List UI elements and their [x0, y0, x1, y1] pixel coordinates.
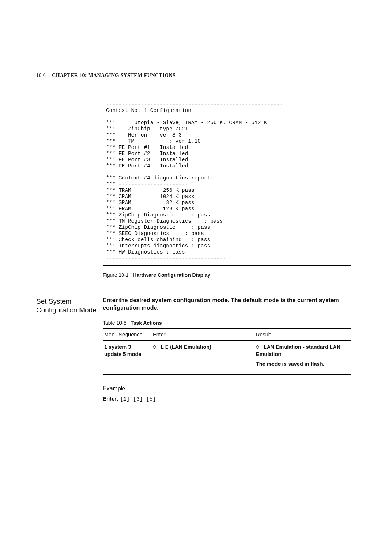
section-set-system-config-mode: Set System Configuration Mode Enter the … — [103, 291, 351, 402]
cell-result: LAN Emulation - standard LAN Emulation T… — [254, 340, 351, 374]
result-value: LAN Emulation - standard LAN Emulation — [256, 344, 340, 357]
figure-number: Figure 10-1 — [103, 272, 129, 278]
table-header-row: Menu Sequence Enter Result — [103, 328, 351, 341]
chapter-label: CHAPTER 10: MANAGING SYSTEM FUNCTIONS — [52, 73, 176, 78]
example-value: [1] [3] [5] — [120, 396, 156, 402]
col-menu-sequence: Menu Sequence — [103, 328, 151, 341]
result-item: LAN Emulation - standard LAN Emulation — [256, 344, 348, 358]
col-result: Result — [254, 328, 351, 341]
example-block: Example Enter: [1] [3] [5] — [103, 385, 351, 402]
figure-title: Hardware Configuration Display — [133, 272, 210, 278]
section-rule-top — [36, 291, 351, 291]
content-area: ----------------------------------------… — [103, 100, 351, 402]
page-number: 10-6 — [36, 73, 46, 78]
terminal-output: ----------------------------------------… — [103, 100, 351, 266]
cell-menu-sequence: 1 system 3 update 5 mode — [103, 340, 151, 374]
chapter-number: CHAPTER 10: — [52, 73, 87, 78]
enter-value: L E (LAN Emulation) — [160, 344, 211, 350]
section-intro: Enter the desired system configuration m… — [103, 296, 351, 312]
task-actions-table: Menu Sequence Enter Result 1 system 3 up… — [103, 328, 351, 375]
example-heading: Example — [103, 385, 351, 392]
example-label: Enter: — [103, 396, 118, 402]
result-note: The mode is saved in flash. — [256, 361, 348, 368]
table-title: Task Actions — [131, 320, 162, 326]
cell-enter: L E (LAN Emulation) — [151, 340, 254, 374]
figure-caption: Figure 10-1 Hardware Configuration Displ… — [103, 272, 351, 278]
bullet-icon — [153, 344, 159, 350]
table-caption: Table 10-6 Task Actions — [103, 320, 351, 326]
running-head: 10-6 CHAPTER 10: MANAGING SYSTEM FUNCTIO… — [36, 73, 352, 78]
bullet-icon — [256, 344, 262, 350]
table-row: 1 system 3 update 5 mode L E (LAN Emulat… — [103, 340, 351, 374]
page: 10-6 CHAPTER 10: MANAGING SYSTEM FUNCTIO… — [0, 0, 392, 555]
example-line: Enter: [1] [3] [5] — [103, 396, 351, 402]
section-side-title: Set System Configuration Mode — [36, 296, 103, 315]
col-enter: Enter — [151, 328, 254, 341]
table-number: Table 10-6 — [103, 320, 126, 326]
section-body: Enter the desired system configuration m… — [103, 296, 351, 402]
chapter-title: MANAGING SYSTEM FUNCTIONS — [88, 73, 175, 78]
